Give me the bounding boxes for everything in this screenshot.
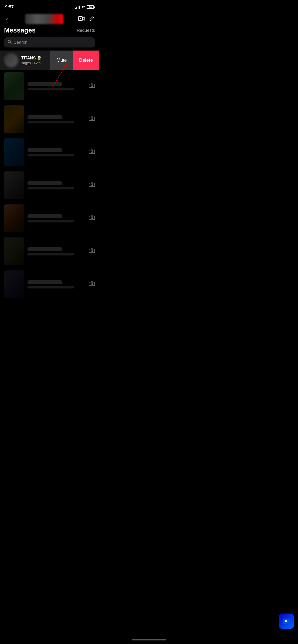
requests-button[interactable]: Requests [77,28,95,33]
status-time: 9:57 [5,5,14,10]
blurred-preview [27,88,74,90]
message-content [27,105,86,134]
svg-point-18 [91,184,93,186]
blurred-name [27,214,62,218]
page-title: Messages [4,26,36,34]
back-button[interactable]: ‹ [4,15,10,23]
svg-rect-8 [89,84,95,88]
avatar [4,237,24,265]
svg-rect-14 [89,150,95,154]
camera-icon[interactable] [89,248,95,255]
compose-button[interactable] [89,15,95,23]
blurred-preview [27,220,74,222]
signal-icon [75,5,80,9]
avatar [4,72,24,100]
list-item[interactable] [0,268,99,301]
svg-point-15 [91,151,93,153]
blurred-name [27,148,62,152]
list-item[interactable] [0,136,99,169]
camera-icon[interactable] [89,116,95,123]
svg-rect-26 [89,282,95,286]
header-actions [78,15,95,23]
blurred-name [27,181,62,185]
avatar [4,138,24,166]
svg-rect-11 [89,117,95,121]
list-item[interactable] [0,70,99,103]
message-item-titans[interactable]: TITANS 🍺 sages · 42m Mute Delete [0,51,99,70]
avatar [4,53,18,67]
svg-point-12 [91,118,93,120]
search-container: Search [4,37,95,47]
avatar [4,105,24,133]
camera-icon[interactable] [89,281,95,288]
list-item[interactable] [0,235,99,268]
list-item[interactable] [0,169,99,202]
list-item[interactable] [0,202,99,235]
avatar [4,270,24,298]
battery-icon: 88 [87,5,94,9]
message-content [27,72,86,101]
blurred-name [27,280,62,284]
add-video-button[interactable] [78,16,85,22]
status-icons: 88 [75,5,94,9]
status-bar: 9:57 88 [0,0,99,13]
conversation-header-avatar[interactable] [25,14,63,24]
message-content [27,204,86,233]
search-icon [8,40,12,45]
message-content [27,171,86,200]
message-list: TITANS 🍺 sages · 42m Mute Delete [0,51,99,301]
message-content [27,237,86,266]
message-content [27,138,86,167]
svg-rect-20 [89,216,95,220]
list-item[interactable] [0,103,99,136]
camera-icon[interactable] [89,215,95,222]
avatar [4,171,24,199]
camera-icon[interactable] [89,149,95,156]
svg-point-9 [91,85,93,87]
blurred-preview [27,286,74,288]
blurred-name [27,115,62,119]
svg-point-21 [91,217,93,219]
svg-point-3 [8,40,11,43]
mute-button[interactable]: Mute [50,51,73,70]
avatar [4,204,24,232]
blurred-preview [27,154,74,156]
svg-rect-23 [89,249,95,253]
title-row: Messages Requests [0,25,99,37]
blurred-preview [27,187,74,189]
swipe-actions: Mute Delete [50,51,99,70]
blurred-name [27,247,62,251]
blurred-preview [27,253,74,255]
search-input[interactable]: Search [14,40,27,45]
svg-point-24 [91,250,93,252]
app-screen: 9:57 88 ‹ [0,0,99,301]
svg-line-4 [10,43,12,44]
search-bar[interactable]: Search [4,37,95,47]
blurred-name [27,82,62,86]
camera-icon[interactable] [89,83,95,90]
message-content [27,270,86,299]
svg-point-27 [91,283,93,285]
camera-icon[interactable] [89,182,95,189]
wifi-icon [81,5,85,9]
header-nav: ‹ [0,13,99,25]
svg-rect-17 [89,183,95,187]
delete-button[interactable]: Delete [73,51,99,70]
blurred-preview [27,121,74,123]
